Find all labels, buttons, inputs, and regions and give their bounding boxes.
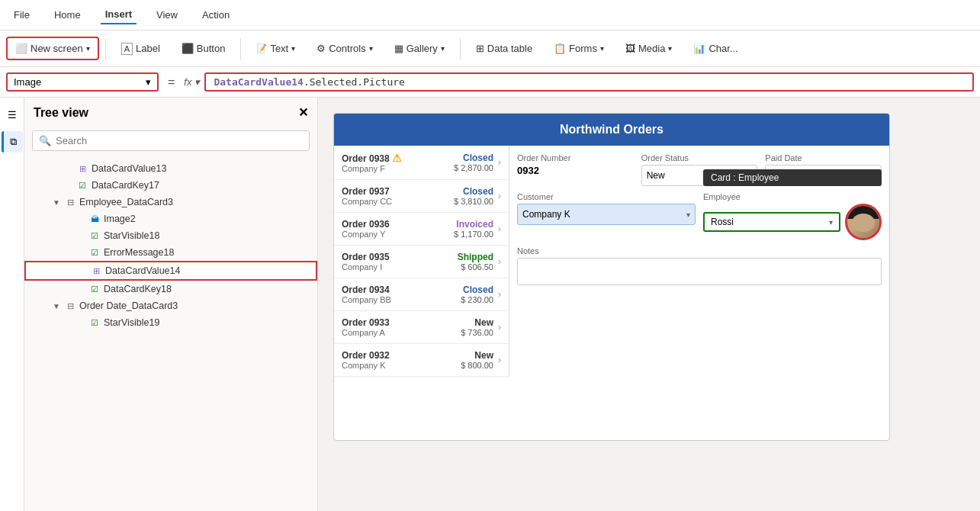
notes-input[interactable]: [517, 258, 882, 285]
gallery-button[interactable]: ▦ Gallery ▾: [385, 37, 454, 60]
chevron-down-icon: ▾: [86, 44, 90, 53]
expand-icon[interactable]: ▼: [52, 302, 61, 310]
controls-chevron-icon: ▾: [369, 44, 373, 53]
order-right-0932: New $ 800.00: [461, 350, 493, 370]
customer-chevron-icon: ▾: [686, 211, 690, 219]
new-screen-label: New screen: [31, 43, 83, 54]
tree-label-orderdate-datacard3: Order Date_DataCard3: [79, 300, 178, 311]
order-info-0936: Order 0936 Company Y: [342, 219, 454, 239]
controls-button[interactable]: ⚙ Controls ▾: [307, 37, 381, 60]
tree-item-employee-datacard3[interactable]: ▼ ⊟ Employee_DataCard3: [24, 194, 317, 211]
tree-panel: Tree view ✕ 🔍 ⊞ DataCardValue13 ☑ DataCa…: [24, 98, 318, 511]
formula-keyword: DataCardValue14: [214, 76, 303, 88]
separator-1: [105, 38, 106, 59]
charts-button[interactable]: 📊 Char...: [684, 37, 747, 60]
data-table-button[interactable]: ⊞ Data table: [467, 37, 541, 60]
order-chevron-0932: ›: [498, 355, 501, 365]
tree-item-datacardkey18[interactable]: ☑ DataCardKey18: [24, 281, 317, 297]
tree-item-datacardvalue13[interactable]: ⊞ DataCardValue13: [24, 160, 317, 177]
menu-file[interactable]: File: [9, 6, 34, 24]
search-icon: 🔍: [39, 135, 51, 146]
name-box[interactable]: Image ▾: [6, 72, 159, 92]
order-item-0937[interactable]: Order 0937 Company CC Closed $ 3,810.00 …: [334, 180, 509, 213]
order-company-0933: Company A: [342, 328, 461, 337]
fx-button[interactable]: fx ▾: [184, 76, 200, 88]
order-amount-0933: $ 736.00: [461, 328, 493, 337]
search-box[interactable]: 🔍: [32, 130, 310, 151]
tree-close-icon[interactable]: ✕: [298, 105, 308, 120]
order-status-value: New: [647, 170, 665, 181]
gallery-icon: ▦: [394, 43, 403, 54]
check-icon: ☑: [88, 317, 101, 329]
menu-insert[interactable]: Insert: [101, 5, 137, 24]
order-item-0932[interactable]: Order 0932 Company K New $ 800.00 ›: [334, 344, 509, 377]
search-input[interactable]: [56, 135, 303, 146]
label-button[interactable]: A Label: [112, 37, 169, 61]
order-item-0938[interactable]: Order 0938 ⚠ Company F Closed $ 2,870.00…: [334, 146, 509, 180]
media-button[interactable]: 🖼 Media ▾: [616, 37, 681, 60]
order-info-0935: Order 0935 Company I: [342, 252, 458, 272]
layers-icon[interactable]: ⧉: [2, 131, 23, 153]
order-num-0937: Order 0937: [342, 186, 454, 197]
order-chevron-0933: ›: [498, 322, 501, 333]
label-icon: A: [121, 43, 133, 55]
order-chevron-0938: ›: [498, 157, 501, 168]
tree-item-datacardkey17[interactable]: ☑ DataCardKey17: [24, 177, 317, 194]
name-box-chevron-icon: ▾: [146, 76, 151, 88]
canvas-area: Northwind Orders Order 0938 ⚠ Company F: [318, 98, 980, 511]
employee-avatar: [847, 205, 879, 239]
tree-item-image2[interactable]: 🏔 Image2: [24, 211, 317, 227]
tree-item-orderdate-datacard3[interactable]: ▼ ⊟ Order Date_DataCard3: [24, 297, 317, 314]
forms-button[interactable]: 📋 Forms ▾: [545, 37, 613, 60]
customer-dropdown[interactable]: Company K ▾: [517, 204, 696, 225]
container-icon: ⊟: [64, 300, 76, 312]
menu-action[interactable]: Action: [198, 6, 234, 24]
employee-value: Rossi: [711, 217, 734, 227]
detail-row-2: Customer Company K ▾ Card : Employee Emp…: [517, 192, 882, 240]
order-num-0938: Order 0938 ⚠: [342, 152, 454, 164]
order-status-0934: Closed: [461, 284, 493, 295]
orders-list: Order 0938 ⚠ Company F Closed $ 2,870.00…: [334, 146, 509, 377]
button-icon: ⬛: [182, 43, 194, 54]
customer-label: Customer: [517, 192, 696, 201]
data-table-icon: ⊞: [476, 43, 484, 54]
tree-label-datacardkey18: DataCardKey18: [104, 284, 172, 294]
employee-photo: [845, 204, 882, 240]
text-icon: 📝: [256, 43, 267, 53]
expand-icon[interactable]: ▼: [52, 198, 61, 207]
order-item-0935[interactable]: Order 0935 Company I Shipped $ 606.50 ›: [334, 246, 509, 278]
order-amount-0937: $ 3,810.00: [454, 197, 493, 206]
menu-home[interactable]: Home: [50, 6, 85, 24]
employee-dropdown[interactable]: Rossi ▾: [703, 212, 840, 232]
formula-input[interactable]: DataCardValue14.Selected.Picture: [204, 72, 974, 92]
button-button[interactable]: ⬛ Button: [172, 37, 235, 60]
card-tooltip: Card : Employee: [703, 169, 882, 186]
app-body: Order 0938 ⚠ Company F Closed $ 2,870.00…: [334, 146, 889, 377]
menu-view[interactable]: View: [152, 6, 182, 24]
text-button[interactable]: 📝 Text ▾: [247, 37, 304, 60]
customer-value: Company K: [522, 209, 570, 220]
tree-item-datacardvalue14[interactable]: ⊞ DataCardValue14: [24, 261, 317, 281]
order-info-0938: Order 0938 ⚠ Company F: [342, 152, 454, 173]
media-chevron-icon: ▾: [668, 44, 672, 53]
app-preview: Northwind Orders Order 0938 ⚠ Company F: [333, 113, 890, 441]
order-item-0934[interactable]: Order 0934 Company BB Closed $ 230.00 ›: [334, 278, 509, 311]
avatar-face: [852, 214, 874, 232]
forms-icon: 📋: [554, 43, 566, 54]
order-status-0932: New: [461, 350, 493, 361]
tree-header: Tree view ✕: [24, 98, 317, 127]
order-company-0937: Company CC: [342, 197, 454, 206]
notes-field: Notes: [517, 246, 882, 285]
order-status-0933: New: [461, 317, 493, 328]
order-item-0936[interactable]: Order 0936 Company Y Invoiced $ 1,170.00…: [334, 213, 509, 246]
order-item-0933[interactable]: Order 0933 Company A New $ 736.00 ›: [334, 311, 509, 344]
order-company-0932: Company K: [342, 361, 461, 370]
new-screen-button[interactable]: ⬜ New screen ▾: [6, 37, 99, 60]
tree-item-errormessage18[interactable]: ☑ ErrorMessage18: [24, 244, 317, 261]
tree-item-starvisible18[interactable]: ☑ StarVisible18: [24, 227, 317, 244]
hamburger-menu-icon[interactable]: ☰: [2, 104, 23, 125]
order-chevron-0935: ›: [498, 256, 501, 267]
tree-item-starvisible19[interactable]: ☑ StarVisible19: [24, 314, 317, 331]
order-company-0935: Company I: [342, 262, 458, 272]
order-status-0936: Invoiced: [454, 219, 493, 230]
